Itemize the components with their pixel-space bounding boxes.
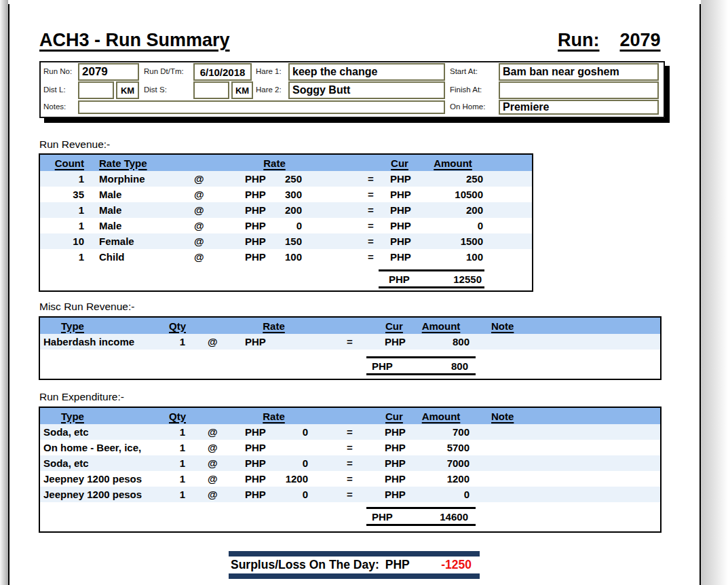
run-details-form: Run No: 2079 Run Dt/Tm: 6/10/2018 Hare 1… [39,61,665,118]
start-at-label: Start At: [450,67,478,75]
type-cell: On home - Beer, ice, [40,440,149,455]
equals-symbol: = [311,487,359,502]
amount-cell: 7000 [410,455,472,471]
qty-cell: 1 [149,424,188,440]
rate-cell: 150 [275,233,305,249]
total-amount: 800 [451,360,468,372]
table-row: 1 Male @ PHP 0 = PHP 0 [40,218,532,233]
run-number: 2079 [619,30,660,51]
note-header: Note [472,318,660,334]
cur-header: Cur [359,318,410,334]
hare1-field[interactable]: keep the change [288,63,445,81]
dist-s-field[interactable] [193,81,229,99]
misc-revenue-section-label: Misc Run Revenue:- [39,301,134,313]
qty-cell: 1 [149,455,188,471]
amount-cell: 5700 [410,440,472,455]
run-dt-label: Run Dt/Tm: [144,67,184,75]
finish-at-field[interactable] [499,81,659,99]
on-home-label: On Home: [450,102,485,111]
total-cur: PHP [372,511,393,523]
qty-cell: 1 [149,471,188,487]
cur-cell: PHP [244,249,275,265]
table-row: 10 Female @ PHP 150 = PHP 1500 [40,233,532,249]
note-cell [472,487,660,502]
run-dt-field[interactable]: 6/10/2018 [193,63,252,81]
rate-header: Rate [237,318,311,334]
equals-symbol: = [305,171,379,187]
run-no-field[interactable]: 2079 [78,63,139,81]
on-home-field[interactable]: Premiere [499,100,659,115]
rate-type-cell: Male [86,202,189,218]
amount-cell: 800 [410,334,472,350]
note-cell [472,455,660,471]
count-cell: 1 [40,202,86,218]
cur-cell: PHP [244,202,275,218]
count-cell: 1 [40,218,86,233]
table-row: Jeepney 1200 pesos 1 @ PHP 1200 = PHP 12… [40,471,660,487]
start-at-field[interactable]: Bam ban near goshem [499,63,659,81]
rate-cell: 0 [274,424,311,440]
hare1-label: Hare 1: [256,67,282,75]
equals-symbol: = [311,471,359,487]
table-row: 35 Male @ PHP 300 = PHP 10500 [40,187,532,202]
note-header: Note [472,408,660,424]
total-cur: PHP [389,273,410,285]
at-symbol: @ [189,249,244,265]
total-cur: PHP [372,360,393,372]
note-cell [472,440,660,455]
amount-cell: 0 [410,487,472,502]
amount-cell: 1200 [410,471,472,487]
qty-cell: 1 [149,440,188,455]
amount-cell: 250 [420,171,486,187]
at-symbol: @ [189,218,244,233]
run-revenue-section-label: Run Revenue:- [39,138,110,151]
hare1-value: keep the change [292,66,377,78]
dist-s-unit-text: KM [235,86,249,96]
start-at-value: Bam ban near goshem [503,66,619,78]
surplus-row: Surplus/Loss On The Day: PHP -1250 [229,556,480,573]
rate-cell: 300 [275,187,305,202]
expenditure-section-label: Run Expenditure:- [39,391,124,403]
at-symbol: @ [189,171,244,187]
dist-l-label: Dist L: [43,86,66,94]
finish-at-label: Finish At: [450,86,482,94]
at-symbol: @ [188,334,237,350]
type-header: Type [40,408,149,424]
amount-cell: 700 [410,424,472,440]
cur-cell: PHP [237,487,274,502]
count-header: Count [40,155,86,171]
type-header: Type [40,318,149,334]
rate-header: Rate [237,408,311,424]
hare2-label: Hare 2: [256,86,282,94]
amount-cell: 100 [420,249,486,265]
amount-header: Amount [420,155,486,171]
hare2-field[interactable]: Soggy Butt [288,81,445,99]
qty-header: Qty [149,408,188,424]
surplus-bottom-bar [229,573,480,579]
at-symbol: @ [188,487,237,502]
total-amount: 14600 [440,511,468,523]
notes-field[interactable] [78,100,445,114]
note-cell [472,334,660,350]
expenditure-grid: Type Qty Rate Cur Amount Note Soda, etc … [40,408,660,502]
rate-type-header: Rate Type [86,155,189,171]
dist-l-field[interactable] [78,81,114,99]
table-header-row: Count Rate Type Rate Cur Amount [40,155,532,171]
rate-header: Rate [244,155,305,171]
cur-cell: PHP [237,471,274,487]
run-revenue-total: PHP 12550 [379,269,484,288]
cur-cell: PHP [244,218,275,233]
table-row: Haberdash income 1 @ PHP = PHP 800 [40,334,660,350]
cur-cell: PHP [244,187,275,202]
page-margin-left [0,0,8,585]
equals-symbol: = [311,455,359,471]
count-cell: 1 [40,249,86,265]
rate-type-cell: Male [86,218,189,233]
rate-cell: 0 [274,455,311,471]
rate-type-cell: Child [86,249,189,265]
run-header: Run: 2079 [558,30,661,51]
cur-cell: PHP [359,487,410,502]
dist-l-unit-text: KM [121,86,134,96]
cur-cell: PHP [379,202,420,218]
type-cell: Soda, etc [40,455,149,471]
